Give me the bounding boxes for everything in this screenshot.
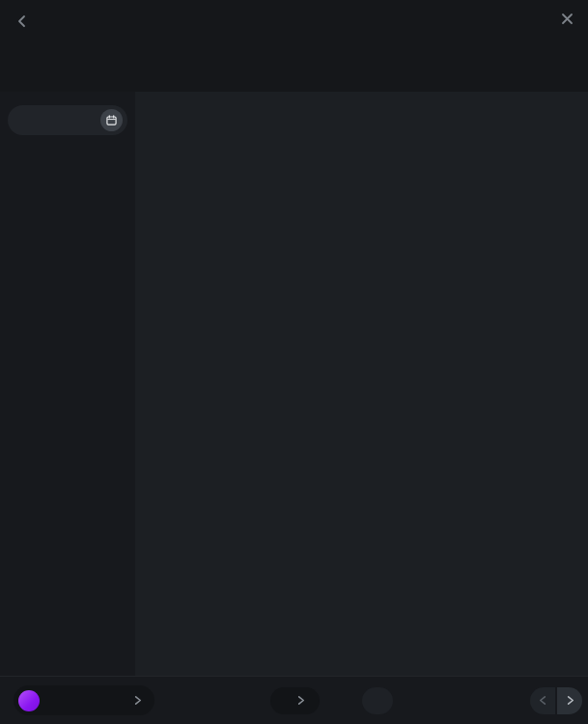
currency-left — [18, 690, 47, 711]
chevron-left-icon — [538, 695, 548, 706]
calendar-icon — [100, 109, 123, 131]
chevron-left-icon — [15, 14, 29, 28]
page-size-selector[interactable] — [270, 687, 320, 714]
pagination-nav — [530, 687, 582, 714]
bcd-coin-icon — [18, 690, 40, 711]
pagination — [362, 687, 393, 714]
chevron-right-icon — [132, 695, 143, 706]
chevron-right-icon — [565, 695, 575, 706]
modal-header — [0, 0, 588, 42]
modal-body — [0, 92, 588, 676]
transaction-list — [135, 92, 588, 676]
chevron-right-icon — [295, 695, 306, 706]
filter-sidebar — [0, 92, 135, 676]
close-icon — [560, 12, 574, 26]
currency-selector[interactable] — [14, 685, 154, 715]
close-button[interactable] — [560, 12, 574, 26]
back-button[interactable] — [15, 14, 29, 28]
next-page-button[interactable] — [557, 687, 582, 714]
prev-page-button[interactable] — [530, 687, 555, 714]
tab-bar-wrap — [0, 54, 588, 83]
select-date-button[interactable] — [8, 105, 127, 135]
modal-footer — [0, 676, 588, 724]
transactions-modal — [0, 0, 588, 724]
